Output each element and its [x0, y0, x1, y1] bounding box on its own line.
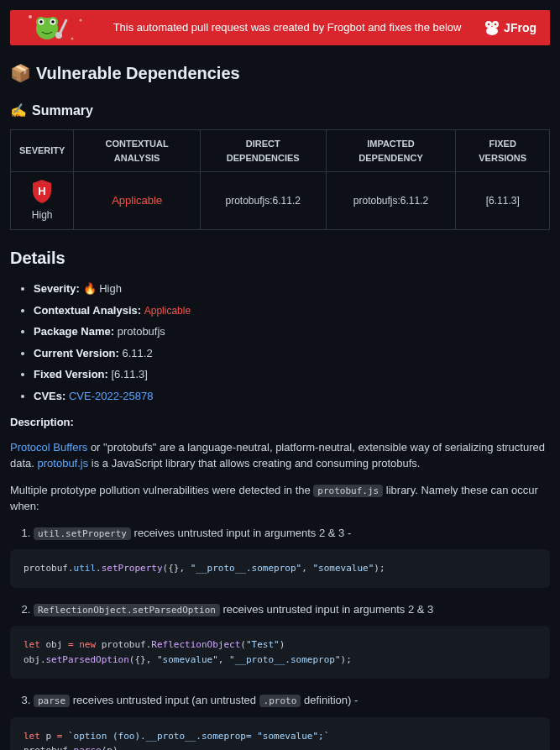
col-severity: SEVERITY — [11, 130, 74, 172]
description-p1: Protocol Buffers or "protobufs" are a la… — [10, 439, 550, 472]
vuln-item-2: ReflectionObject.setParsedOption receive… — [34, 601, 550, 618]
col-fixed: FIXED VERSIONS — [456, 130, 550, 172]
summary-table: SEVERITY CONTEXTUAL ANALYSIS DIRECT DEPE… — [10, 129, 550, 230]
detail-current: Current Version: 6.11.2 — [34, 345, 550, 362]
detail-cves: CVEs: CVE-2022-25878 — [34, 388, 550, 405]
vulnerability-list: util.setProperty receives untrusted inpu… — [10, 525, 550, 542]
svg-point-6 — [51, 20, 55, 24]
vulnerable-dependencies-heading: 📦 Vulnerable Dependencies — [10, 60, 550, 86]
details-heading: Details — [10, 245, 550, 270]
shield-high-icon: H — [30, 179, 54, 204]
protocol-buffers-link[interactable]: Protocol Buffers — [10, 441, 87, 454]
jfrog-logo: JFrog — [484, 19, 536, 37]
code-block-1: protobuf.util.setProperty({}, "__proto__… — [10, 549, 550, 588]
cell-direct: protobufjs:6.11.2 — [200, 172, 326, 230]
vuln-item-1: util.setProperty receives untrusted inpu… — [34, 525, 550, 542]
protobufjs-link[interactable]: protobuf.js — [38, 457, 89, 469]
frogbot-mascot-icon — [24, 10, 91, 45]
cve-link[interactable]: CVE-2022-25878 — [69, 390, 153, 402]
detail-package: Package Name: protobufjs — [34, 323, 550, 340]
details-list: Severity: 🔥 High Contextual Analysis: Ap… — [10, 281, 550, 404]
col-direct: DIRECT DEPENDENCIES — [200, 130, 326, 172]
code-protobufjs: protobuf.js — [313, 485, 383, 497]
col-contextual: CONTEXTUAL ANALYSIS — [74, 130, 200, 172]
svg-point-14 — [486, 27, 498, 35]
description-label: Description: — [10, 414, 550, 431]
svg-point-16 — [495, 24, 497, 26]
jfrog-label: JFrog — [504, 19, 536, 37]
detail-contextual: Contextual Analysis: Applicable — [34, 302, 550, 319]
svg-point-15 — [488, 24, 490, 26]
cell-severity: H High — [11, 172, 74, 230]
svg-rect-7 — [59, 18, 67, 34]
svg-text:H: H — [39, 185, 46, 197]
code-block-3: let p = `option (foo).__proto__.someprop… — [10, 717, 550, 750]
package-icon: 📦 — [10, 60, 31, 86]
summary-heading: ✍️ Summary — [10, 101, 550, 121]
svg-point-8 — [55, 32, 62, 39]
description-p2: Multiple prototype pollution vulnerabili… — [10, 482, 550, 515]
jfrog-icon — [484, 19, 500, 36]
svg-point-5 — [39, 20, 43, 24]
cell-fixed: [6.11.3] — [456, 172, 550, 230]
detail-severity: Severity: 🔥 High — [34, 281, 550, 297]
code-block-2: let obj = new protobuf.ReflectionObject(… — [10, 626, 550, 679]
cell-impacted: protobufjs:6.11.2 — [326, 172, 456, 230]
vulnerability-list-3: parse receives untrusted input (an untru… — [10, 692, 550, 709]
col-impacted: IMPACTED DEPENDENCY — [326, 130, 456, 172]
banner-text: This automated pull request was created … — [91, 21, 484, 35]
svg-point-10 — [71, 38, 74, 40]
frogbot-banner: This automated pull request was created … — [10, 10, 550, 45]
cell-contextual: Applicable — [74, 172, 200, 230]
writing-icon: ✍️ — [10, 101, 27, 121]
svg-point-11 — [80, 19, 82, 22]
vuln-item-3: parse receives untrusted input (an untru… — [34, 692, 550, 709]
detail-fixed: Fixed Version: [6.11.3] — [34, 366, 550, 383]
table-row: H High Applicable protobufjs:6.11.2 prot… — [11, 172, 550, 230]
svg-point-9 — [29, 15, 32, 18]
vulnerability-list-2: ReflectionObject.setParsedOption receive… — [10, 601, 550, 618]
